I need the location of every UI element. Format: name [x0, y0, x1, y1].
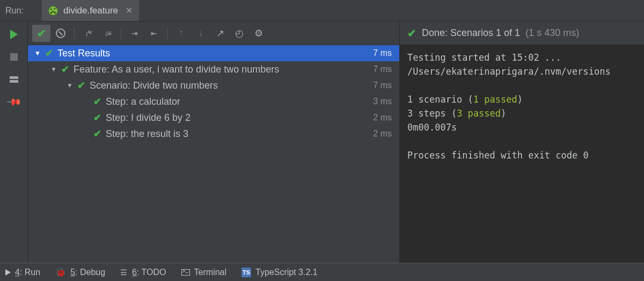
previous-failed-button[interactable]: ↑ [172, 25, 191, 42]
check-icon: ✔ [93, 128, 101, 140]
tool-window-terminal[interactable]: Terminal [181, 268, 226, 277]
chevron-down-icon[interactable]: ▼ [50, 66, 58, 73]
check-icon: ✔ [77, 80, 85, 91]
export-results-button[interactable]: ↗ [211, 25, 229, 42]
console-line: 0m00.007s [407, 122, 457, 133]
bug-icon: 🐞 [55, 267, 66, 277]
play-icon [5, 269, 11, 276]
history-button[interactable]: ◴ [230, 25, 248, 42]
expand-all-button[interactable]: ⇥ [126, 25, 144, 42]
tree-time: 7 ms [373, 64, 392, 74]
console-pass: 1 passed [473, 94, 517, 105]
cucumber-icon [48, 6, 58, 16]
tree-row-step[interactable]: ✔ Step: I divide 6 by 2 2 ms [28, 110, 399, 126]
status-timing: (1 s 430 ms) [525, 27, 579, 39]
test-status-bar: ✔ Done: Scenarios 1 of 1 (1 s 430 ms) [400, 21, 644, 45]
test-toolbar: ✔ ↓ᴬᶻ ↓≡ ⇥ ⇤ ↑ ↓ ↗ ◴ ⚙ [28, 21, 399, 45]
sort-by-duration-button[interactable]: ↓≡ [98, 25, 116, 42]
console-line: 3 steps ( [407, 108, 457, 119]
check-icon: ✔ [61, 63, 69, 75]
tool-window-run[interactable]: 4: Run [5, 268, 40, 277]
list-icon: ☰ [120, 268, 128, 277]
tool-window-debug[interactable]: 🐞 5: Debug [55, 267, 105, 277]
console-output[interactable]: Testing started at 15:02 ... /Users/ekat… [400, 45, 644, 263]
collapse-all-button[interactable]: ⇤ [145, 25, 163, 42]
next-failed-button[interactable]: ↓ [192, 25, 210, 42]
typescript-widget[interactable]: TS TypeScript 3.2.1 [241, 268, 318, 277]
separator [74, 27, 75, 40]
console-line: /Users/ekaterinaprigara/.nvm/versions [407, 66, 611, 77]
show-ignored-button[interactable] [52, 25, 70, 42]
separator [167, 27, 168, 40]
tree-time: 2 ms [373, 113, 392, 123]
console-line: Testing started at 15:02 ... [407, 52, 561, 63]
console-pass: 3 passed [457, 108, 501, 119]
tree-label: Test Results [57, 48, 373, 59]
status-text: Done: Scenarios 1 of 1 [422, 27, 520, 39]
run-config-tab[interactable]: divide.feature ✕ [42, 0, 139, 21]
rerun-button[interactable] [9, 29, 19, 40]
sort-alphabetically-button[interactable]: ↓ᴬᶻ [79, 25, 97, 42]
tree-row-scenario[interactable]: ▼ ✔ Scenario: Divide two numbers 7 ms [28, 77, 399, 93]
tree-label: Step: the result is 3 [106, 128, 373, 140]
tree-label: Scenario: Divide two numbers [90, 80, 373, 91]
tree-time: 2 ms [373, 129, 392, 139]
tree-row-step[interactable]: ✔ Step: a calculator 3 ms [28, 93, 399, 110]
typescript-icon: TS [241, 268, 251, 277]
console-text: ) [517, 94, 523, 105]
tool-window-todo[interactable]: ☰ 6: TODO [120, 268, 166, 277]
check-icon: ✔ [407, 27, 416, 40]
tree-row-test-results[interactable]: ▼ ✔ Test Results 7 ms [28, 45, 399, 61]
terminal-icon [181, 269, 190, 276]
check-icon: ✔ [93, 96, 101, 107]
ide-status-bar: 4: Run 🐞 5: Debug ☰ 6: TODO Terminal TS … [0, 263, 644, 281]
run-gutter: 📌 [0, 21, 28, 263]
check-icon: ✔ [45, 47, 53, 59]
test-tree[interactable]: ▼ ✔ Test Results 7 ms ▼ ✔ Feature: As a … [28, 45, 399, 263]
tree-time: 7 ms [373, 81, 392, 90]
console-text: ) [501, 108, 506, 119]
run-label: Run: [0, 6, 42, 16]
separator [121, 27, 121, 40]
check-icon: ✔ [93, 112, 101, 124]
tree-label: Step: I divide 6 by 2 [106, 112, 373, 124]
close-icon[interactable]: ✕ [126, 5, 133, 16]
chevron-down-icon[interactable]: ▼ [34, 49, 42, 57]
tree-row-step[interactable]: ✔ Step: the result is 3 2 ms [28, 126, 399, 142]
settings-button[interactable]: ⚙ [250, 25, 268, 42]
layout-button[interactable] [9, 74, 19, 85]
pin-icon[interactable]: 📌 [6, 95, 21, 110]
console-line: 1 scenario ( [407, 94, 473, 105]
run-tool-window-header: Run: divide.feature ✕ [0, 0, 644, 21]
tab-title: divide.feature [63, 5, 118, 16]
show-passed-button[interactable]: ✔ [32, 25, 50, 42]
tree-time: 7 ms [373, 48, 392, 58]
tree-label: Step: a calculator [106, 96, 373, 107]
tree-label: Feature: As a user, i want to divide two… [74, 64, 373, 75]
chevron-down-icon[interactable]: ▼ [67, 82, 74, 89]
console-line: Process finished with exit code 0 [407, 150, 589, 161]
tree-row-feature[interactable]: ▼ ✔ Feature: As a user, i want to divide… [28, 61, 399, 77]
tree-time: 3 ms [373, 97, 392, 106]
stop-button[interactable] [9, 52, 19, 62]
